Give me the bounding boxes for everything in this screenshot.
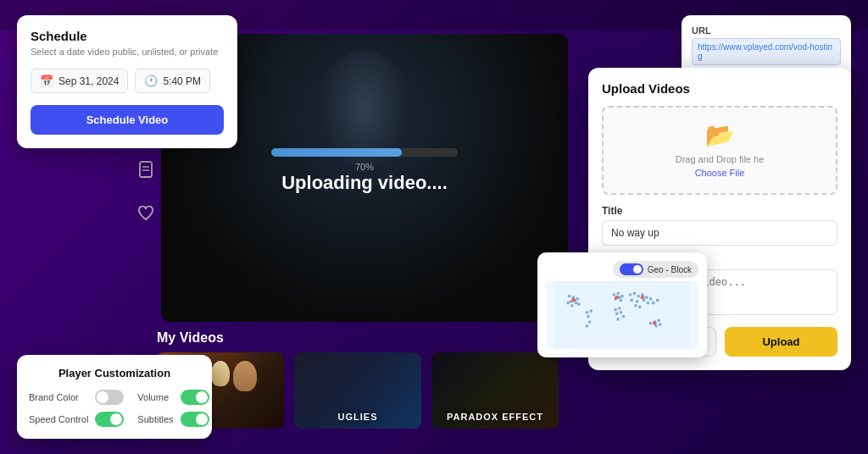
upload-content: 70% Uploading video.... <box>271 148 458 208</box>
svg-rect-42 <box>620 311 622 313</box>
svg-rect-41 <box>615 313 618 315</box>
schedule-subtitle: Select a date video public, unlisted, or… <box>31 47 224 57</box>
schedule-time-field[interactable]: 🕐 5:40 PM <box>135 69 210 93</box>
geo-toggle[interactable] <box>620 263 643 275</box>
svg-rect-46 <box>590 310 593 313</box>
video-thumb-3[interactable]: PARADOX EFFECT <box>431 352 559 429</box>
svg-rect-34 <box>649 322 652 324</box>
schedule-title: Schedule <box>31 29 224 43</box>
svg-point-53 <box>653 321 657 325</box>
svg-rect-9 <box>576 297 579 300</box>
svg-rect-31 <box>656 299 659 302</box>
svg-rect-30 <box>652 302 654 304</box>
svg-rect-36 <box>658 319 660 322</box>
upload-text: Uploading video.... <box>271 172 458 194</box>
volume-row: Volume <box>137 390 209 405</box>
svg-rect-20 <box>629 293 632 296</box>
svg-rect-21 <box>633 292 636 295</box>
svg-rect-13 <box>566 302 569 304</box>
url-value: https://www.vplayed.com/vod-hosting <box>692 38 841 65</box>
video-thumb-2[interactable]: UGLIES <box>294 352 421 429</box>
subtitles-row: Subtitles <box>137 412 209 427</box>
svg-rect-22 <box>637 295 640 297</box>
speed-control-row: Speed Control <box>29 412 124 427</box>
progress-bar-container <box>271 148 458 157</box>
svg-rect-15 <box>617 292 620 295</box>
svg-rect-14 <box>613 293 615 296</box>
title-input[interactable] <box>602 220 837 246</box>
svg-rect-10 <box>575 302 577 304</box>
svg-rect-38 <box>659 324 661 326</box>
svg-point-50 <box>571 298 576 302</box>
svg-rect-19 <box>620 299 622 302</box>
document-icon[interactable] <box>132 156 159 183</box>
my-videos-section: My Videos UGLIES PARADOX EFFECT <box>157 330 572 429</box>
schedule-date-value: Sep 31, 2024 <box>58 75 119 87</box>
upload-button[interactable]: Upload <box>725 327 837 357</box>
brand-color-toggle[interactable] <box>95 390 124 405</box>
dropzone-icon: 📂 <box>617 121 822 149</box>
svg-rect-1 <box>140 162 152 177</box>
world-map <box>546 281 698 349</box>
svg-rect-28 <box>649 297 652 300</box>
svg-rect-25 <box>631 299 633 302</box>
svg-rect-29 <box>647 302 649 304</box>
svg-point-52 <box>641 296 645 300</box>
speed-control-toggle[interactable] <box>95 412 124 427</box>
volume-toggle[interactable] <box>181 390 209 405</box>
calendar-icon: 📅 <box>40 75 53 87</box>
player-options-grid: Brand Color Volume Speed Control Subtitl… <box>29 390 200 427</box>
url-label: URL <box>692 25 841 36</box>
svg-rect-32 <box>634 304 637 307</box>
schedule-date-field[interactable]: 📅 Sep 31, 2024 <box>31 69 128 93</box>
svg-rect-11 <box>570 304 573 307</box>
video-thumbs-list: UGLIES PARADOX EFFECT <box>157 352 572 429</box>
title-field-label: Title <box>602 205 837 217</box>
schedule-time-value: 5:40 PM <box>163 75 201 87</box>
choose-file-link[interactable]: Choose File <box>695 168 745 178</box>
heart-icon[interactable] <box>132 200 159 227</box>
svg-rect-45 <box>586 311 588 313</box>
svg-rect-39 <box>614 308 616 311</box>
brand-color-label: Brand Color <box>29 392 79 402</box>
geo-block-card: Geo - Block <box>537 252 707 357</box>
svg-rect-47 <box>587 315 589 318</box>
svg-rect-4 <box>554 281 690 349</box>
thumb-label-2: UGLIES <box>338 412 378 422</box>
svg-rect-49 <box>586 324 588 327</box>
geo-toggle-badge[interactable]: Geo - Block <box>613 261 698 278</box>
schedule-video-button[interactable]: Schedule Video <box>31 105 224 135</box>
thumb-label-3: PARADOX EFFECT <box>447 412 543 422</box>
geo-block-label: Geo - Block <box>648 265 692 274</box>
my-videos-title: My Videos <box>157 330 572 346</box>
svg-point-51 <box>615 296 619 300</box>
schedule-card: Schedule Select a date video public, unl… <box>17 15 237 148</box>
schedule-fields: 📅 Sep 31, 2024 🕐 5:40 PM <box>31 69 224 93</box>
upload-panel-title: Upload Videos <box>602 81 837 96</box>
progress-percent: 70% <box>271 162 458 172</box>
clock-icon: 🕐 <box>144 75 158 87</box>
svg-rect-44 <box>617 318 620 320</box>
speed-control-label: Speed Control <box>29 414 88 424</box>
svg-rect-12 <box>577 303 580 306</box>
svg-rect-40 <box>618 307 620 309</box>
dropzone-text: Drag and Drop file he <box>617 154 822 164</box>
svg-rect-5 <box>568 295 570 297</box>
svg-rect-48 <box>588 320 591 323</box>
geo-header: Geo - Block <box>546 261 698 278</box>
volume-label: Volume <box>137 392 169 402</box>
subtitles-toggle[interactable] <box>181 412 209 427</box>
brand-color-row: Brand Color <box>29 390 124 405</box>
svg-rect-18 <box>620 295 623 297</box>
svg-rect-26 <box>636 300 638 302</box>
subtitles-label: Subtitles <box>137 414 173 424</box>
svg-rect-24 <box>645 296 648 299</box>
svg-rect-33 <box>638 306 641 308</box>
player-customization-title: Player Customization <box>29 367 200 379</box>
svg-rect-43 <box>622 315 625 318</box>
dropzone[interactable]: 📂 Drag and Drop file he Choose File <box>602 106 837 195</box>
progress-bar-fill <box>271 148 402 157</box>
player-customization-card: Player Customization Brand Color Volume … <box>17 355 212 439</box>
